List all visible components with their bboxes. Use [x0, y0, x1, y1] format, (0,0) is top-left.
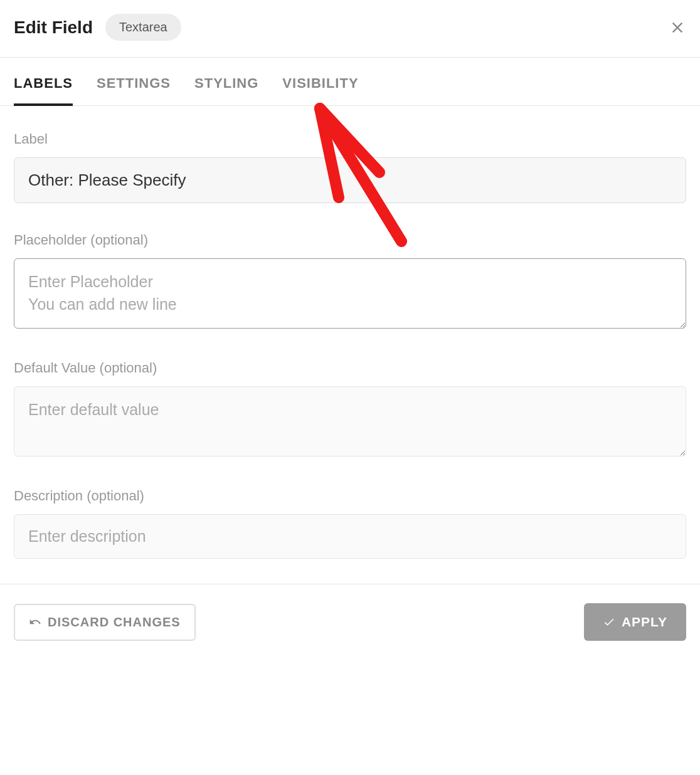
label-group: Label [14, 131, 686, 203]
dialog-footer: DISCARD CHANGES APPLY [0, 584, 700, 660]
label-field-label: Label [14, 131, 686, 147]
check-icon [603, 616, 615, 628]
tab-styling[interactable]: Styling [194, 58, 258, 105]
default-value-field-label: Default Value (optional) [14, 360, 686, 376]
dialog-header: Edit Field Textarea [0, 0, 700, 58]
description-group: Description (optional) [14, 488, 686, 559]
tab-bar: Labels Settings Styling Visibility [0, 58, 700, 106]
apply-label: APPLY [622, 614, 667, 630]
placeholder-field-label: Placeholder (optional) [14, 232, 686, 248]
tab-settings[interactable]: Settings [97, 58, 171, 105]
discard-label: DISCARD CHANGES [48, 615, 181, 630]
placeholder-group: Placeholder (optional) [14, 232, 686, 331]
tab-labels[interactable]: Labels [14, 58, 73, 105]
close-button[interactable] [669, 19, 686, 39]
apply-button[interactable]: APPLY [584, 603, 686, 641]
description-field-label: Description (optional) [14, 488, 686, 504]
default-value-group: Default Value (optional) [14, 360, 686, 459]
placeholder-input[interactable] [14, 258, 686, 329]
close-icon [669, 19, 686, 36]
default-value-input[interactable] [14, 386, 686, 456]
description-input[interactable] [14, 514, 686, 559]
discard-button[interactable]: DISCARD CHANGES [14, 604, 196, 641]
tab-visibility[interactable]: Visibility [282, 58, 358, 105]
dialog-title: Edit Field [14, 18, 93, 38]
undo-icon [29, 616, 41, 628]
label-input[interactable] [14, 157, 686, 203]
field-type-badge: Textarea [105, 14, 181, 41]
form-content: Label Placeholder (optional) Default Val… [0, 106, 700, 584]
